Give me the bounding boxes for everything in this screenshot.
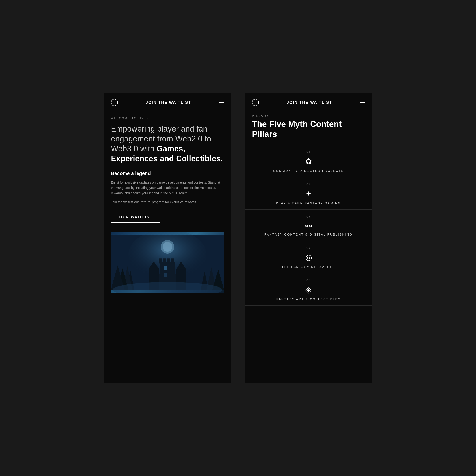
pillar-card-5: 05 ◈ FANTASY ART & COLLECTIBLES xyxy=(245,273,372,306)
pillar-number-2: 02 xyxy=(245,183,372,186)
svg-rect-13 xyxy=(159,258,162,263)
right-nav: JOIN THE WAITLIST xyxy=(245,93,372,112)
corner-br xyxy=(227,379,231,383)
corner-tr xyxy=(227,93,231,97)
pillar-name-4: THE FANTASY METAVERSE xyxy=(245,265,372,269)
corner-br-right xyxy=(368,379,372,383)
hamburger-menu[interactable] xyxy=(219,101,224,104)
pillar-number-4: 04 xyxy=(245,246,372,250)
pillar-number-5: 05 xyxy=(245,279,372,282)
hero-title: Empowering player and fan engagement fro… xyxy=(111,124,224,164)
right-logo-icon[interactable] xyxy=(252,99,259,106)
svg-rect-14 xyxy=(163,258,166,263)
corner-tr-right xyxy=(368,93,372,97)
right-content: PILLARS The Five Myth Content Pillars 01… xyxy=(245,112,372,306)
pillar-name-2: PLAY & EARN FANTASY GAMING xyxy=(245,202,372,205)
right-hamburger-menu[interactable] xyxy=(360,101,365,104)
right-join-waitlist-nav-link[interactable]: JOIN THE WAITLIST xyxy=(287,100,332,105)
left-phone-frame: JOIN THE WAITLIST WELCOME TO MYTH Empowe… xyxy=(103,93,231,383)
left-content: WELCOME TO MYTH Empowering player and fa… xyxy=(104,112,231,293)
logo-icon[interactable] xyxy=(111,99,118,106)
pillar-name-5: FANTASY ART & COLLECTIBLES xyxy=(245,298,372,301)
svg-rect-22 xyxy=(164,273,167,277)
pillar-card-3: 03 »» FANTASY CONTENT & DIGITAL PUBLISHI… xyxy=(245,209,372,241)
corner-tl xyxy=(104,93,108,97)
pillar-card-4: 04 ◎ THE FANTASY METAVERSE xyxy=(245,241,372,273)
join-waitlist-nav-link[interactable]: JOIN THE WAITLIST xyxy=(146,100,191,105)
referral-text: Join the waitlist and referral program f… xyxy=(111,200,224,204)
svg-rect-15 xyxy=(167,258,170,263)
become-legend-heading: Become a legend xyxy=(111,170,224,176)
description-text: Enlist for explosive updates on game dev… xyxy=(111,180,224,196)
pillar-name-3: FANTASY CONTENT & DIGITAL PUBLISHING xyxy=(245,233,372,236)
castle-illustration xyxy=(111,232,224,293)
left-nav: JOIN THE WAITLIST xyxy=(104,93,231,112)
right-phone-frame: JOIN THE WAITLIST PILLARS The Five Myth … xyxy=(245,93,373,383)
corner-bl xyxy=(104,379,108,383)
pillars-title: The Five Myth Content Pillars xyxy=(245,119,372,139)
pillar-number-1: 01 xyxy=(245,150,372,153)
join-waitlist-button[interactable]: JOIN WAITLIST xyxy=(111,212,160,223)
pillar-card-1: 01 ✿ COMMUNITY DIRECTED PROJECTS xyxy=(245,145,372,177)
svg-rect-21 xyxy=(164,266,167,270)
pillar-icon-5: ◈ xyxy=(245,285,372,294)
pillar-icon-3: »» xyxy=(245,221,372,230)
corner-tl-right xyxy=(245,93,249,97)
hero-image xyxy=(111,232,224,293)
pillar-number-3: 03 xyxy=(245,215,372,218)
corner-bl-right xyxy=(245,379,249,383)
pillar-card-2: 02 ✦ PLAY & EARN FANTASY GAMING xyxy=(245,177,372,210)
pillar-name-1: COMMUNITY DIRECTED PROJECTS xyxy=(245,169,372,172)
pillar-icon-2: ✦ xyxy=(245,189,372,198)
pillar-icon-1: ✿ xyxy=(245,157,372,166)
pillars-label: PILLARS xyxy=(245,114,372,118)
welcome-label: WELCOME TO MYTH xyxy=(111,117,224,120)
svg-rect-16 xyxy=(171,258,174,263)
svg-point-3 xyxy=(163,242,172,252)
pillar-icon-4: ◎ xyxy=(245,253,372,262)
